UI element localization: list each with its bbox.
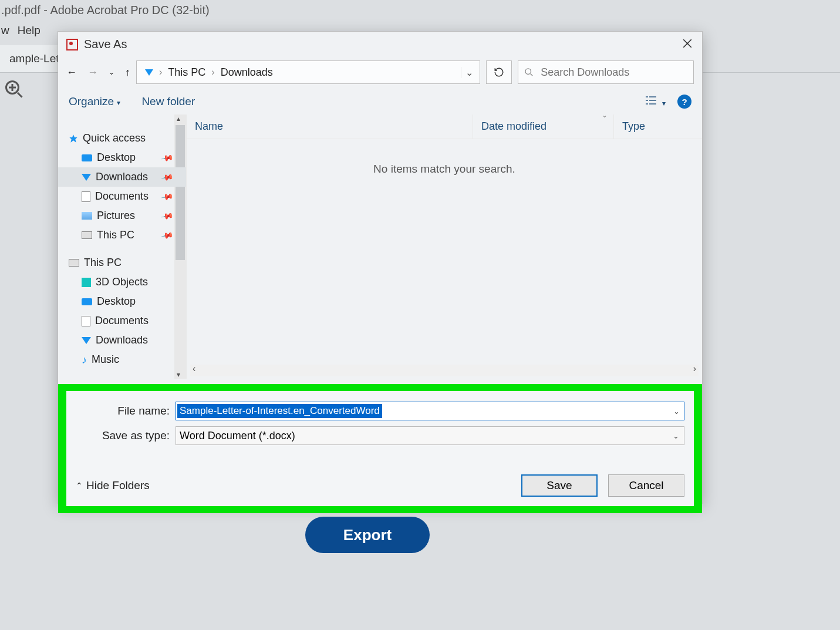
tree-this-pc[interactable]: This PC <box>58 253 186 272</box>
refresh-button[interactable] <box>486 60 512 84</box>
pin-icon: 📌 <box>160 151 174 164</box>
svg-line-7 <box>531 74 532 76</box>
tree-desktop[interactable]: Desktop📌 <box>58 148 186 167</box>
export-button[interactable]: Export <box>305 517 430 553</box>
nav-history-dropdown-icon[interactable]: ⌄ <box>109 68 114 76</box>
tree-downloads[interactable]: Downloads📌 <box>58 167 186 187</box>
documents-icon <box>82 316 90 326</box>
help-icon[interactable]: ? <box>677 95 691 109</box>
hide-folders-toggle[interactable]: ⌃ Hide Folders <box>76 479 150 492</box>
tree-music[interactable]: ♪Music <box>58 350 186 369</box>
pin-icon: 📌 <box>160 209 174 223</box>
menu-help[interactable]: Help <box>18 24 41 37</box>
nav-forward-icon: → <box>87 66 98 79</box>
file-name-value: Sample-Letter-of-Interest.en_ConvertedWo… <box>177 404 382 418</box>
file-name-label: File name: <box>76 405 176 417</box>
search-box[interactable] <box>518 60 694 84</box>
downloads-icon <box>82 337 91 344</box>
downloads-icon <box>82 174 91 181</box>
column-date-modified[interactable]: ⌄Date modified <box>473 114 614 139</box>
file-list-empty: No items match your search. <box>187 139 702 365</box>
tree-downloads-pc[interactable]: Downloads <box>58 331 186 350</box>
app-window-title: .pdf.pdf - Adobe Acrobat Pro DC (32-bit) <box>0 0 840 21</box>
documents-icon <box>82 191 90 202</box>
list-horizontal-scrollbar[interactable] <box>190 365 699 376</box>
save-as-type-value: Word Document (*.docx) <box>180 430 295 442</box>
chevron-up-icon: ⌃ <box>76 481 83 490</box>
find-icon[interactable] <box>4 92 25 102</box>
pin-icon: 📌 <box>160 228 174 242</box>
nav-back-icon[interactable]: ← <box>66 66 77 79</box>
3d-objects-icon <box>82 278 91 287</box>
pdf-app-icon <box>66 39 78 50</box>
chevron-down-icon: ⌄ <box>673 432 679 440</box>
column-type[interactable]: Type <box>614 114 702 139</box>
save-as-type-label: Save as type: <box>76 429 176 442</box>
sort-descending-icon: ⌄ <box>602 111 608 119</box>
new-folder-button[interactable]: New folder <box>141 95 195 108</box>
pc-icon <box>69 259 79 267</box>
close-icon[interactable] <box>682 38 693 51</box>
tree-thispc-qa[interactable]: This PC📌 <box>58 225 186 245</box>
tree-documents[interactable]: Documents📌 <box>58 187 186 206</box>
tree-documents-pc[interactable]: Documents <box>58 311 186 331</box>
file-name-input[interactable]: Sample-Letter-of-Interest.en_ConvertedWo… <box>176 402 684 420</box>
folder-tree: Quick access Desktop📌 Downloads📌 Documen… <box>58 114 186 379</box>
music-icon: ♪ <box>82 356 87 364</box>
pin-icon: 📌 <box>160 190 174 203</box>
save-button[interactable]: Save <box>521 474 598 497</box>
save-as-type-select[interactable]: Word Document (*.docx) ⌄ <box>176 426 684 445</box>
search-input[interactable] <box>541 66 687 79</box>
breadcrumb-current-folder[interactable]: Downloads <box>215 66 279 79</box>
pc-icon <box>82 231 92 239</box>
address-history-dropdown-icon[interactable]: ⌄ <box>461 67 477 78</box>
organize-menu[interactable]: Organize ▾ <box>69 95 120 108</box>
tree-desktop-pc[interactable]: Desktop <box>58 292 186 311</box>
star-icon <box>69 134 78 143</box>
pin-icon: 📌 <box>160 170 174 184</box>
chevron-down-icon: ▾ <box>662 99 666 107</box>
view-options-icon[interactable]: ▾ <box>645 95 666 108</box>
tree-3d-objects[interactable]: 3D Objects <box>58 272 186 292</box>
tree-pictures[interactable]: Pictures📌 <box>58 206 186 225</box>
svg-point-6 <box>525 69 531 74</box>
desktop-icon <box>82 298 92 305</box>
tree-quick-access[interactable]: Quick access <box>58 129 186 148</box>
cancel-button[interactable]: Cancel <box>608 474 684 497</box>
address-bar[interactable]: › This PC › Downloads ⌄ <box>136 60 480 84</box>
nav-up-icon[interactable]: ↑ <box>125 66 130 79</box>
chevron-down-icon[interactable]: ⌄ <box>673 407 680 416</box>
column-name[interactable]: Name <box>187 114 473 139</box>
menu-window-fragment[interactable]: w <box>1 24 9 37</box>
file-list-header: Name ⌄Date modified Type <box>187 114 702 139</box>
pictures-icon <box>82 212 92 220</box>
svg-line-1 <box>18 93 22 97</box>
desktop-icon <box>82 154 92 161</box>
save-as-dialog: Save As ← → ⌄ ↑ › This PC › Downloads ⌄ <box>58 31 703 504</box>
dialog-title: Save As <box>84 38 127 51</box>
breadcrumb-this-pc[interactable]: This PC <box>162 66 211 79</box>
search-icon <box>524 67 534 78</box>
svg-marker-14 <box>69 134 77 142</box>
chevron-down-icon: ▾ <box>117 99 120 107</box>
highlight-annotation: File name: Sample-Letter-of-Interest.en_… <box>58 384 702 513</box>
downloads-folder-icon <box>145 69 153 76</box>
